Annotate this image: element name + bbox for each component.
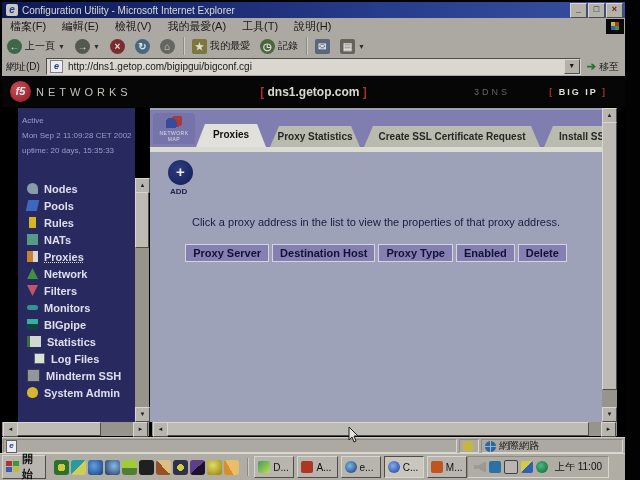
- print-button[interactable]: ▤ ▼: [335, 36, 370, 56]
- tray-app-icon[interactable]: [536, 461, 548, 473]
- main-hscrollbar[interactable]: ◄ ►: [152, 422, 617, 436]
- sidebar-item-mindterm[interactable]: Mindterm SSH: [18, 367, 135, 384]
- menu-view[interactable]: 檢視(V): [107, 19, 160, 34]
- quicklaunch-icon[interactable]: [173, 460, 188, 475]
- tab-band: NETWORK MAP Proxies Proxy Statistics Cre…: [150, 110, 602, 147]
- link-3dns[interactable]: 3DNS: [474, 87, 510, 97]
- sidebar-item-label: Nodes: [44, 183, 78, 195]
- menu-edit[interactable]: 編輯(E): [54, 19, 107, 34]
- tray-app-icon[interactable]: [489, 461, 501, 473]
- sidebar-item-nats[interactable]: NATs: [18, 231, 135, 248]
- col-proxy-type[interactable]: Proxy Type: [378, 244, 453, 262]
- minimize-button[interactable]: _: [570, 3, 587, 18]
- hostname-text: dns1.getop.com: [264, 85, 363, 99]
- scroll-down-icon[interactable]: ▼: [602, 407, 617, 422]
- scroll-thumb[interactable]: [167, 422, 589, 436]
- scroll-up-icon[interactable]: ▲: [135, 178, 150, 193]
- scroll-thumb[interactable]: [135, 192, 149, 248]
- sidebar-vscrollbar[interactable]: ▲ ▼: [135, 178, 149, 422]
- taskbar-window-2[interactable]: A...: [297, 456, 337, 478]
- sidebar-item-filters[interactable]: Filters: [18, 282, 135, 299]
- quicklaunch-icon[interactable]: [105, 460, 120, 475]
- scroll-thumb[interactable]: [17, 422, 101, 436]
- col-delete[interactable]: Delete: [518, 244, 567, 262]
- col-enabled[interactable]: Enabled: [456, 244, 515, 262]
- quicklaunch-icon[interactable]: [139, 460, 154, 475]
- network-icon: [27, 268, 38, 279]
- scroll-left-icon[interactable]: ◄: [153, 422, 168, 437]
- home-button[interactable]: ⌂: [155, 36, 180, 56]
- main-vscrollbar[interactable]: ▲ ▼: [602, 108, 617, 422]
- quicklaunch-icon[interactable]: [88, 460, 103, 475]
- forward-button[interactable]: → ▼: [70, 36, 105, 56]
- sidebar-item-monitors[interactable]: Monitors: [18, 299, 135, 316]
- menu-help[interactable]: 說明(H): [286, 19, 339, 34]
- quicklaunch-icon[interactable]: [207, 460, 222, 475]
- quicklaunch-icon[interactable]: [156, 460, 171, 475]
- taskbar-window-4[interactable]: C...: [384, 456, 424, 478]
- scroll-down-icon[interactable]: ▼: [135, 407, 150, 422]
- sidebar-item-bigpipe[interactable]: BIGpipe: [18, 316, 135, 333]
- link-bigip[interactable]: [ BIG IP ]: [549, 87, 607, 97]
- sidebar-item-label: Network: [44, 268, 87, 280]
- quicklaunch-icon[interactable]: [122, 460, 137, 475]
- forward-dropdown-icon[interactable]: ▼: [93, 43, 100, 50]
- favorites-button[interactable]: ★ 我的最愛: [187, 36, 255, 56]
- back-dropdown-icon[interactable]: ▼: [58, 43, 65, 50]
- scroll-left-icon[interactable]: ◄: [3, 422, 18, 437]
- address-dropdown-icon[interactable]: ▼: [564, 59, 580, 74]
- network-map-button[interactable]: NETWORK MAP: [153, 113, 195, 144]
- taskbar-window-1[interactable]: D...: [254, 456, 294, 478]
- quick-launch: [54, 460, 239, 475]
- forward-icon: →: [75, 39, 90, 54]
- scroll-thumb[interactable]: [602, 122, 617, 390]
- quicklaunch-icon[interactable]: [190, 460, 205, 475]
- sidebar-item-pools[interactable]: Pools: [18, 197, 135, 214]
- scroll-right-icon[interactable]: ►: [601, 422, 616, 437]
- menu-favorites[interactable]: 我的最愛(A): [159, 19, 234, 34]
- go-button[interactable]: ➔ 移至: [581, 60, 625, 74]
- sidebar-item-rules[interactable]: Rules: [18, 214, 135, 231]
- address-input[interactable]: [66, 60, 564, 73]
- tray-app-icon[interactable]: [521, 461, 533, 473]
- scroll-up-icon[interactable]: ▲: [602, 108, 617, 123]
- col-destination-host[interactable]: Destination Host: [272, 244, 375, 262]
- taskbar-clock[interactable]: 上午 11:00: [555, 460, 602, 474]
- sidebar-item-statistics[interactable]: Statistics: [18, 333, 135, 350]
- start-button[interactable]: 開始: [2, 455, 46, 479]
- quicklaunch-icon[interactable]: [54, 460, 69, 475]
- close-button[interactable]: ×: [606, 3, 623, 18]
- display-icon[interactable]: [504, 460, 518, 474]
- tab-underline: [150, 147, 602, 152]
- back-button[interactable]: ← 上一頁 ▼: [2, 36, 70, 56]
- taskbar-window-5[interactable]: M...: [427, 456, 467, 478]
- menu-file[interactable]: 檔案(F): [2, 19, 54, 34]
- sidebar-item-sysadmin[interactable]: System Admin: [18, 384, 135, 401]
- taskbar-window-3[interactable]: e...: [341, 456, 381, 478]
- sidebar-item-nodes[interactable]: Nodes: [18, 180, 135, 197]
- sidebar-hscrollbar[interactable]: ◄ ►: [2, 422, 149, 436]
- quicklaunch-icon[interactable]: [224, 460, 239, 475]
- tab-proxies[interactable]: Proxies: [196, 124, 266, 147]
- tab-create-ssl-cert[interactable]: Create SSL Certificate Request: [364, 126, 540, 147]
- logfiles-icon: [34, 353, 45, 364]
- tab-proxy-statistics[interactable]: Proxy Statistics: [270, 126, 360, 147]
- quicklaunch-icon[interactable]: [71, 460, 86, 475]
- sidebar-item-proxies[interactable]: Proxies: [18, 248, 135, 265]
- print-dropdown-icon[interactable]: ▼: [358, 43, 365, 50]
- maximize-button[interactable]: □: [588, 3, 605, 18]
- volume-icon[interactable]: [474, 461, 486, 473]
- add-button[interactable]: +: [168, 160, 193, 185]
- f5-header: f5 NETWORKS [ dns1.getop.com ] 3DNS [ BI…: [2, 76, 625, 107]
- history-button[interactable]: ◷ 記錄: [255, 36, 303, 56]
- refresh-button[interactable]: ↻: [130, 36, 155, 56]
- scroll-right-icon[interactable]: ►: [133, 422, 148, 437]
- col-proxy-server[interactable]: Proxy Server: [185, 244, 269, 262]
- bracket: ]: [602, 87, 607, 97]
- sidebar-item-network[interactable]: Network: [18, 265, 135, 282]
- sidebar-item-logfiles[interactable]: Log Files: [18, 350, 135, 367]
- tab-install-ssl-cert[interactable]: Install SSL Certif: [544, 126, 602, 147]
- menu-tools[interactable]: 工具(T): [234, 19, 286, 34]
- stop-button[interactable]: ×: [105, 36, 130, 56]
- mail-button[interactable]: ✉: [310, 36, 335, 56]
